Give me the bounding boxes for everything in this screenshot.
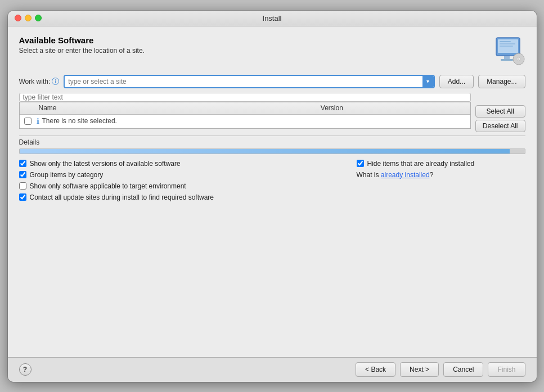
install-icon (494, 35, 525, 67)
finish-button[interactable]: Finish (488, 362, 525, 377)
option-label-1: Show only the latest versions of availab… (30, 160, 181, 168)
already-installed-link[interactable]: already installed (381, 171, 430, 179)
window-title: Install (263, 14, 282, 22)
work-with-row: Work with: i ▾ Add... Manage... (19, 75, 525, 88)
already-installed-question: What is already installed? (357, 171, 525, 179)
svg-rect-3 (501, 59, 513, 61)
row-checkbox-cell[interactable] (20, 118, 37, 125)
svg-rect-7 (500, 41, 511, 42)
traffic-lights (15, 15, 42, 21)
details-progress-bar (19, 148, 525, 154)
cancel-button[interactable]: Cancel (443, 362, 483, 377)
header-area: Available Software Select a site or ente… (19, 35, 525, 67)
option-label-3: Show only software applicable to target … (30, 182, 186, 190)
option-checkbox-1[interactable] (19, 160, 26, 167)
page-subtitle: Select a site or enter the location of a… (19, 47, 145, 55)
deselect-all-button[interactable]: Deselect All (475, 120, 525, 132)
options-section: Show only the latest versions of availab… (19, 160, 525, 201)
main-window: Install Available Software Select a site… (8, 11, 537, 382)
table-rows: ℹ There is no site selected. (20, 115, 470, 128)
details-section: Details (19, 136, 525, 154)
back-button[interactable]: < Back (356, 362, 395, 377)
table-row: ℹ There is no site selected. (20, 115, 470, 128)
option-row-2: Group items by category (19, 171, 345, 179)
option-row-4: Contact all update sites during install … (19, 193, 345, 201)
version-col-header: Version (318, 104, 470, 112)
site-input[interactable] (68, 78, 430, 85)
svg-point-6 (518, 58, 519, 60)
options-right: Hide items that are already installed Wh… (357, 160, 525, 201)
select-all-button[interactable]: Select All (475, 105, 525, 118)
row-name: ℹ There is no site selected. (37, 117, 318, 125)
filter-and-buttons: Name Version ℹ There is no site selected… (19, 93, 525, 132)
svg-rect-8 (500, 43, 515, 44)
header-text: Available Software Select a site or ente… (19, 35, 145, 55)
svg-rect-2 (504, 56, 510, 59)
site-dropdown[interactable]: ▾ (64, 75, 434, 88)
work-with-text: Work with: (19, 78, 51, 85)
software-table[interactable]: Name Version ℹ There is no site selected… (19, 102, 471, 129)
option-label-5: Hide items that are already installed (367, 160, 475, 168)
name-col-header: Name (37, 104, 318, 112)
title-bar: Install (8, 11, 537, 26)
option-label-4: Contact all update sites during install … (30, 193, 214, 201)
filter-input[interactable] (19, 93, 471, 102)
main-content: Available Software Select a site or ente… (8, 26, 537, 357)
svg-rect-9 (500, 46, 513, 47)
option-checkbox-5[interactable] (357, 160, 364, 167)
row-info-icon: ℹ (37, 117, 39, 125)
table-buttons-panel: Select All Deselect All (475, 105, 525, 132)
next-button[interactable]: Next > (400, 362, 439, 377)
option-row-3: Show only software applicable to target … (19, 182, 345, 190)
option-checkbox-4[interactable] (19, 193, 26, 201)
dropdown-arrow[interactable]: ▾ (422, 76, 434, 87)
progress-fill (20, 149, 510, 154)
row-checkbox[interactable] (24, 118, 32, 125)
close-button[interactable] (15, 15, 21, 21)
page-title: Available Software (19, 35, 145, 45)
option-label-2: Group items by category (30, 171, 104, 179)
footer-left: ? (19, 363, 32, 376)
help-button[interactable]: ? (19, 363, 32, 376)
footer: ? < Back Next > Cancel Finish (8, 357, 537, 382)
options-left: Show only the latest versions of availab… (19, 160, 345, 201)
option-checkbox-3[interactable] (19, 182, 26, 190)
manage-button[interactable]: Manage... (478, 75, 525, 88)
maximize-button[interactable] (35, 15, 42, 21)
work-with-label: Work with: i (19, 78, 60, 85)
details-label: Details (19, 138, 525, 146)
add-button[interactable]: Add... (439, 75, 474, 88)
option-checkbox-2[interactable] (19, 171, 26, 178)
install-icon-svg (494, 35, 525, 67)
table-header: Name Version (20, 102, 470, 115)
option-row-5: Hide items that are already installed (357, 160, 525, 168)
info-badge-icon: i (52, 78, 59, 85)
minimize-button[interactable] (25, 15, 32, 21)
footer-right: < Back Next > Cancel Finish (356, 362, 525, 377)
table-left: Name Version ℹ There is no site selected… (19, 93, 471, 129)
option-row-1: Show only the latest versions of availab… (19, 160, 345, 168)
